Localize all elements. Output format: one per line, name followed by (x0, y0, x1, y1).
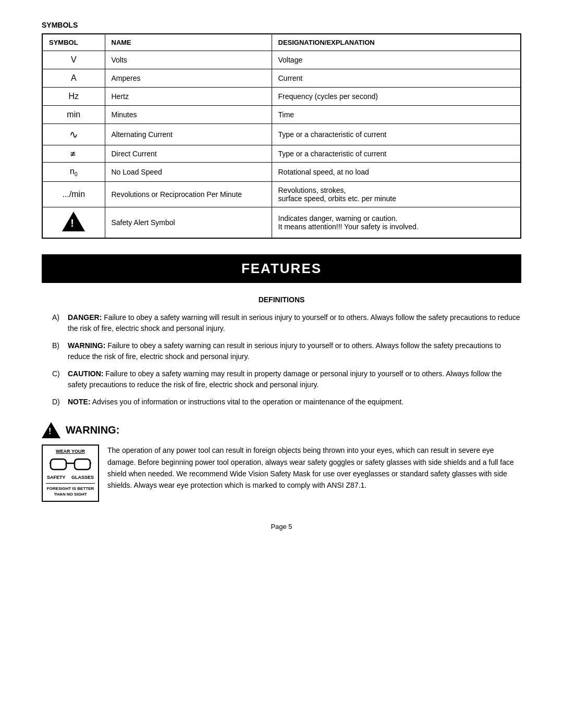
name-no-load-speed: No Load Speed (105, 163, 272, 182)
name-alternating-current: Alternating Current (105, 124, 272, 145)
symbol-hz: Hz (42, 88, 105, 106)
def-label-d: D) (52, 397, 68, 408)
designation-frequency: Frequency (cycles per second) (272, 88, 521, 106)
symbols-table: SYMBOL NAME DESIGNATION/EXPLANATION V Vo… (42, 33, 521, 239)
svg-rect-0 (51, 459, 66, 470)
warning-section: WARNING: WEAR YOUR (42, 422, 521, 501)
designation-rotational-speed: Rotational speed, at no load (272, 163, 521, 182)
symbol-n0: n0 (42, 163, 105, 182)
warning-title: WARNING: (66, 424, 119, 436)
name-minutes: Minutes (105, 106, 272, 124)
glasses-icons (46, 456, 95, 472)
symbols-heading: SYMBOLS (42, 21, 521, 29)
glasses-label-safety: SAFETY (47, 475, 66, 480)
list-item: A) DANGER: Failure to obey a safety warn… (52, 312, 521, 334)
table-row: A Amperes Current (42, 69, 521, 88)
name-hertz: Hertz (105, 88, 272, 106)
designation-revolutions: Revolutions, strokes,surface speed, orbi… (272, 182, 521, 207)
symbol-safety-alert (42, 207, 105, 239)
table-row: min Minutes Time (42, 106, 521, 124)
glasses-svg (50, 456, 91, 472)
def-text-danger: DANGER: Failure to obey a safety warning… (68, 312, 521, 334)
col-header-designation: DESIGNATION/EXPLANATION (272, 34, 521, 51)
name-amperes: Amperes (105, 69, 272, 88)
table-row: Safety Alert Symbol Indicates danger, wa… (42, 207, 521, 239)
name-direct-current: Direct Current (105, 145, 272, 163)
designation-ac: Type or a characteristic of current (272, 124, 521, 145)
designation-dc: Type or a characteristic of current (272, 145, 521, 163)
glasses-top-text: WEAR YOUR (46, 449, 95, 454)
def-text-caution: CAUTION: Failure to obey a safety warnin… (68, 368, 521, 390)
table-row: n0 No Load Speed Rotational speed, at no… (42, 163, 521, 182)
table-row: ∿ Alternating Current Type or a characte… (42, 124, 521, 145)
glasses-label-glasses: GLASSES (71, 475, 94, 480)
svg-rect-1 (75, 459, 90, 470)
page-number: Page 5 (42, 523, 521, 530)
name-volts: Volts (105, 51, 272, 69)
def-label-c: C) (52, 368, 68, 390)
name-revolutions: Revolutions or Reciprocation Per Minute (105, 182, 272, 207)
features-banner: FEATURES (42, 254, 521, 283)
definitions-section: DEFINITIONS A) DANGER: Failure to obey a… (42, 295, 521, 408)
list-item: D) NOTE: Advises you of information or i… (52, 397, 521, 408)
def-text-note: NOTE: Advises you of information or inst… (68, 397, 521, 408)
warning-triangle-icon (42, 422, 60, 438)
designation-current: Current (272, 69, 521, 88)
symbol-dc: ≇ (42, 145, 105, 163)
col-header-name: NAME (105, 34, 272, 51)
table-row: .../min Revolutions or Reciprocation Per… (42, 182, 521, 207)
designation-voltage: Voltage (272, 51, 521, 69)
table-row: Hz Hertz Frequency (cycles per second) (42, 88, 521, 106)
definitions-list: A) DANGER: Failure to obey a safety warn… (42, 312, 521, 408)
symbol-min-rate: .../min (42, 182, 105, 207)
safety-glasses-box: WEAR YOUR SAFETY GLASSES (42, 445, 99, 501)
designation-time: Time (272, 106, 521, 124)
symbol-v: V (42, 51, 105, 69)
definitions-heading: DEFINITIONS (42, 295, 521, 304)
symbol-min: min (42, 106, 105, 124)
name-safety-alert: Safety Alert Symbol (105, 207, 272, 239)
designation-safety-alert: Indicates danger, warning or caution.It … (272, 207, 521, 239)
def-text-warning: WARNING: Failure to obey a safety warnin… (68, 340, 521, 362)
glasses-labels: SAFETY GLASSES (46, 475, 95, 480)
symbol-a: A (42, 69, 105, 88)
warning-body: WEAR YOUR SAFETY GLASSES (42, 445, 521, 501)
warning-text: The operation of any power tool can resu… (107, 445, 521, 491)
list-item: C) CAUTION: Failure to obey a safety war… (52, 368, 521, 390)
table-row: ≇ Direct Current Type or a characteristi… (42, 145, 521, 163)
def-label-b: B) (52, 340, 68, 362)
safety-triangle-icon (62, 212, 85, 231)
symbol-ac: ∿ (42, 124, 105, 145)
table-row: V Volts Voltage (42, 51, 521, 69)
def-label-a: A) (52, 312, 68, 334)
warning-header: WARNING: (42, 422, 521, 438)
col-header-symbol: SYMBOL (42, 34, 105, 51)
symbols-section: SYMBOLS SYMBOL NAME DESIGNATION/EXPLANAT… (42, 21, 521, 239)
list-item: B) WARNING: Failure to obey a safety war… (52, 340, 521, 362)
glasses-bottom-text: FORESIGHT IS BETTERTHAN NO SIGHT (46, 483, 95, 497)
